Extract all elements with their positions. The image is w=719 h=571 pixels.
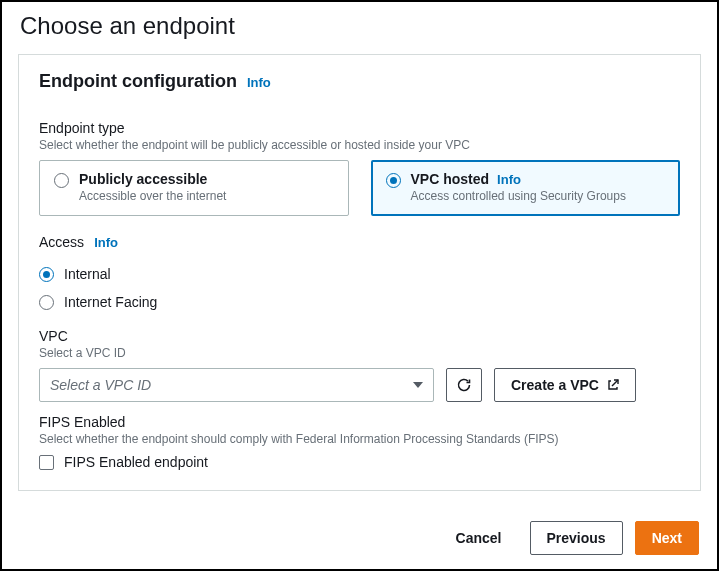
- vpc-row: Select a VPC ID Create a VPC: [39, 368, 680, 402]
- vpc-hosted-info-link[interactable]: Info: [497, 172, 521, 187]
- next-button[interactable]: Next: [635, 521, 699, 555]
- access-internal-radio[interactable]: Internal: [39, 260, 680, 288]
- radio-label: Internal: [64, 266, 111, 282]
- refresh-icon: [456, 377, 472, 393]
- radio-icon: [39, 295, 54, 310]
- previous-button[interactable]: Previous: [530, 521, 623, 555]
- access-info-link[interactable]: Info: [94, 235, 118, 250]
- create-vpc-button[interactable]: Create a VPC: [494, 368, 636, 402]
- access-label: Access: [39, 234, 84, 250]
- endpoint-type-label: Endpoint type: [39, 120, 680, 136]
- option-title: VPC hosted: [411, 171, 490, 187]
- access-radio-list: Internal Internet Facing: [39, 260, 680, 316]
- radio-icon: [54, 173, 69, 188]
- radio-label: Internet Facing: [64, 294, 157, 310]
- panel-body: Endpoint type Select whether the endpoin…: [19, 102, 700, 490]
- endpoint-type-public-option[interactable]: Publicly accessible Accessible over the …: [39, 160, 349, 216]
- access-header: Access Info: [39, 234, 680, 250]
- panel-info-link[interactable]: Info: [247, 75, 271, 90]
- option-title: Publicly accessible: [79, 171, 207, 187]
- external-link-icon: [607, 379, 619, 391]
- fips-label: FIPS Enabled: [39, 414, 680, 430]
- cancel-button[interactable]: Cancel: [440, 521, 518, 555]
- radio-icon: [39, 267, 54, 282]
- access-internet-facing-radio[interactable]: Internet Facing: [39, 288, 680, 316]
- radio-icon: [386, 173, 401, 188]
- page-container: Choose an endpoint Endpoint configuratio…: [0, 0, 719, 571]
- vpc-label: VPC: [39, 328, 680, 344]
- endpoint-type-options: Publicly accessible Accessible over the …: [39, 160, 680, 216]
- endpoint-config-panel: Endpoint configuration Info Endpoint typ…: [18, 54, 701, 491]
- panel-title: Endpoint configuration: [39, 71, 237, 92]
- chevron-down-icon: [413, 382, 423, 388]
- vpc-desc: Select a VPC ID: [39, 346, 680, 360]
- fips-checkbox[interactable]: FIPS Enabled endpoint: [39, 454, 680, 470]
- endpoint-type-vpc-option[interactable]: VPC hosted Info Access controlled using …: [371, 160, 681, 216]
- endpoint-type-desc: Select whether the endpoint will be publ…: [39, 138, 680, 152]
- refresh-button[interactable]: [446, 368, 482, 402]
- vpc-select[interactable]: Select a VPC ID: [39, 368, 434, 402]
- page-title: Choose an endpoint: [2, 2, 717, 54]
- panel-header: Endpoint configuration Info: [19, 55, 700, 102]
- option-text: Publicly accessible Accessible over the …: [79, 171, 334, 203]
- checkbox-icon: [39, 455, 54, 470]
- option-subtitle: Access controlled using Security Groups: [411, 189, 666, 203]
- option-text: VPC hosted Info Access controlled using …: [411, 171, 666, 203]
- create-vpc-label: Create a VPC: [511, 377, 599, 393]
- fips-checkbox-label: FIPS Enabled endpoint: [64, 454, 208, 470]
- fips-desc: Select whether the endpoint should compl…: [39, 432, 680, 446]
- footer-buttons: Cancel Previous Next: [2, 507, 717, 569]
- vpc-placeholder: Select a VPC ID: [50, 377, 151, 393]
- option-subtitle: Accessible over the internet: [79, 189, 334, 203]
